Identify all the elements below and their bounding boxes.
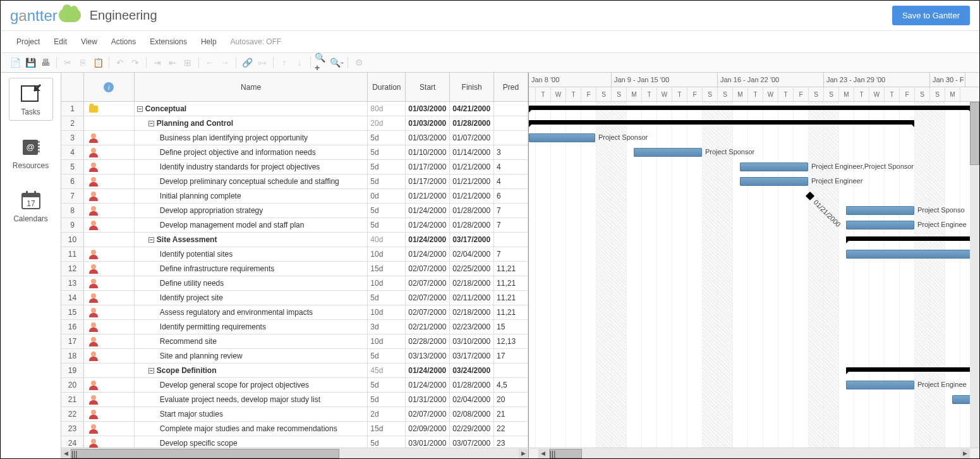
gantt-row[interactable]: [529, 247, 979, 262]
cell-info[interactable]: [84, 407, 135, 421]
cell-info[interactable]: [84, 276, 135, 290]
cell-info[interactable]: [84, 131, 135, 145]
settings-icon[interactable]: ⚙: [352, 56, 366, 70]
cell-start[interactable]: 01/24/2000: [406, 233, 450, 247]
cell-finish[interactable]: 03/17/2000: [450, 233, 494, 247]
cell-name[interactable]: Develop management model and staff plan: [135, 218, 368, 232]
cell-pred[interactable]: 11,21: [494, 305, 528, 319]
undo-icon[interactable]: ↶: [113, 56, 127, 70]
cell-pred[interactable]: 11,21: [494, 262, 528, 276]
table-row[interactable]: 21Evaluate project needs, develop major …: [61, 393, 528, 407]
cell-info[interactable]: [84, 422, 135, 436]
left-arrow-icon[interactable]: ←: [203, 56, 217, 70]
menu-help[interactable]: Help: [195, 35, 223, 49]
cell-rownum[interactable]: 15: [61, 305, 84, 319]
col-finish[interactable]: Finish: [450, 73, 494, 101]
menu-actions[interactable]: Actions: [105, 35, 142, 49]
cell-rownum[interactable]: 4: [61, 145, 84, 159]
gantt-bar[interactable]: Project Sponsor: [634, 148, 702, 157]
table-row[interactable]: 7Initial planning complete0d01/21/200001…: [61, 189, 528, 204]
cell-finish[interactable]: 01/28/2000: [450, 378, 494, 392]
cell-duration[interactable]: 5d: [368, 204, 406, 217]
gantt-row[interactable]: [529, 334, 979, 349]
cell-rownum[interactable]: 24: [61, 436, 84, 448]
cell-duration[interactable]: 5d: [368, 378, 406, 392]
cell-duration[interactable]: 0d: [368, 189, 406, 203]
gantt-bar[interactable]: Project Sponso: [846, 206, 914, 215]
cell-rownum[interactable]: 20: [61, 378, 84, 392]
cell-pred[interactable]: 20: [494, 393, 528, 407]
cell-rownum[interactable]: 19: [61, 364, 84, 377]
cell-start[interactable]: 02/07/2000: [406, 262, 450, 276]
table-row[interactable]: 20Develop general scope for project obje…: [61, 378, 528, 393]
cell-duration[interactable]: 15d: [368, 262, 406, 276]
cell-duration[interactable]: 80d: [368, 102, 406, 116]
outdent-icon[interactable]: ⇤: [166, 56, 179, 70]
gantt-bar[interactable]: [952, 395, 971, 404]
cell-start[interactable]: 01/03/2000: [406, 131, 450, 145]
scroll-thumb[interactable]: |||: [71, 449, 339, 458]
print-icon[interactable]: 🖶: [39, 56, 52, 70]
save-icon[interactable]: 💾: [23, 56, 37, 70]
cell-duration[interactable]: 5d: [368, 131, 406, 145]
col-pred[interactable]: Pred: [494, 73, 528, 101]
cell-rownum[interactable]: 3: [61, 131, 84, 145]
cell-info[interactable]: [84, 233, 135, 247]
cell-duration[interactable]: 5d: [368, 393, 406, 407]
project-title[interactable]: Engineering: [90, 8, 157, 23]
cell-finish[interactable]: 01/07/2000: [450, 131, 494, 145]
cell-start[interactable]: 01/03/2000: [406, 102, 450, 116]
unlink-icon[interactable]: ⧟: [255, 56, 269, 70]
cell-duration[interactable]: 10d: [368, 334, 406, 348]
cell-finish[interactable]: 03/07/2000: [450, 436, 494, 448]
cell-name[interactable]: −Site Assessment: [135, 233, 368, 247]
cell-finish[interactable]: 01/21/2000: [450, 160, 494, 174]
cell-start[interactable]: 02/07/2000: [406, 291, 450, 305]
gantt-row[interactable]: [529, 320, 979, 334]
table-row[interactable]: 19−Scope Definition45d01/24/200003/24/20…: [61, 364, 528, 378]
gantt-row[interactable]: Project Sponsor: [529, 145, 979, 160]
redo-icon[interactable]: ↷: [128, 56, 142, 70]
table-row[interactable]: 22Start major studies2d02/07/200002/08/2…: [61, 407, 528, 422]
cut-icon[interactable]: ✂: [61, 56, 75, 70]
cell-rownum[interactable]: 8: [61, 204, 84, 217]
cell-start[interactable]: 01/17/2000: [406, 174, 450, 188]
cell-rownum[interactable]: 5: [61, 160, 84, 174]
menu-view[interactable]: View: [75, 35, 104, 49]
scroll-thumb[interactable]: |||: [549, 449, 582, 458]
table-row[interactable]: 24Develop specific scope5d03/01/200003/0…: [61, 436, 528, 448]
indent-icon[interactable]: ⇥: [150, 56, 164, 70]
cell-rownum[interactable]: 11: [61, 247, 84, 261]
gantt-row[interactable]: [529, 393, 979, 407]
cell-pred[interactable]: 4: [494, 160, 528, 174]
menu-extensions[interactable]: Extensions: [143, 35, 193, 49]
cell-duration[interactable]: 45d: [368, 364, 406, 377]
gantt-bar[interactable]: Project Enginee: [846, 221, 914, 230]
cell-start[interactable]: 02/21/2000: [406, 320, 450, 334]
table-row[interactable]: 15Assess regulatory and environmental im…: [61, 305, 528, 320]
cell-duration[interactable]: 40d: [368, 233, 406, 247]
cell-rownum[interactable]: 12: [61, 262, 84, 276]
gantt-row[interactable]: Project Sponsor: [529, 131, 979, 145]
nav-resources[interactable]: @ Resources: [9, 132, 53, 174]
cell-rownum[interactable]: 23: [61, 422, 84, 436]
table-row[interactable]: 10−Site Assessment40d01/24/200003/17/200…: [61, 233, 528, 247]
col-name[interactable]: Name: [135, 73, 368, 101]
cell-duration[interactable]: 5d: [368, 349, 406, 363]
collapse-icon[interactable]: −: [148, 368, 154, 374]
cell-name[interactable]: Develop preliminary conceptual schedule …: [135, 174, 368, 188]
cell-name[interactable]: Identify industry standards for project …: [135, 160, 368, 174]
cell-pred[interactable]: 4: [494, 174, 528, 188]
cell-rownum[interactable]: 14: [61, 291, 84, 305]
cell-pred[interactable]: 11,21: [494, 291, 528, 305]
cell-duration[interactable]: 3d: [368, 320, 406, 334]
cell-duration[interactable]: 10d: [368, 305, 406, 319]
cell-name[interactable]: Define utility needs: [135, 276, 368, 290]
zoom-in-icon[interactable]: 🔍+: [315, 56, 329, 70]
cell-duration[interactable]: 5d: [368, 160, 406, 174]
zoom-out-icon[interactable]: 🔍-: [330, 56, 344, 70]
cell-finish[interactable]: 02/25/2000: [450, 262, 494, 276]
nav-tasks[interactable]: Tasks: [9, 78, 53, 121]
gantt-row[interactable]: [529, 102, 979, 116]
cell-finish[interactable]: 02/11/2000: [450, 291, 494, 305]
